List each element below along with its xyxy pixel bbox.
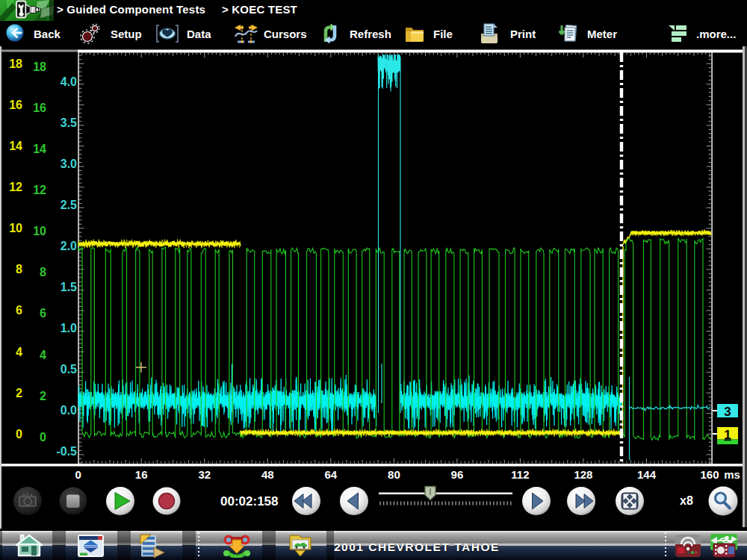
svg-text:8: 8 [16,263,22,276]
svg-text:16: 16 [135,468,148,481]
svg-text:16: 16 [9,99,22,111]
svg-text:0: 0 [75,468,81,481]
svg-text:6: 6 [40,307,46,320]
svg-text:128: 128 [574,468,592,481]
svg-text:32: 32 [198,468,211,481]
svg-text:ms: ms [724,468,740,481]
svg-text:12: 12 [33,184,46,196]
svg-text:14: 14 [33,143,46,155]
svg-text:1.0: 1.0 [61,322,77,335]
svg-text:4: 4 [40,349,46,361]
svg-text:48: 48 [261,468,274,481]
svg-text:8: 8 [40,266,46,279]
svg-text:12: 12 [9,181,22,193]
svg-text:112: 112 [511,468,529,481]
svg-text:3: 3 [724,405,731,419]
svg-text:4: 4 [16,346,22,358]
svg-text:2.5: 2.5 [61,199,77,211]
svg-text:0.5: 0.5 [61,363,77,376]
svg-text:1.5: 1.5 [61,281,77,293]
svg-text:14: 14 [9,140,22,152]
svg-text:1: 1 [724,428,731,442]
svg-text:18: 18 [9,57,22,70]
svg-text:18: 18 [33,60,46,73]
svg-text:2.0: 2.0 [61,240,77,252]
svg-text:80: 80 [388,468,400,481]
svg-text:2: 2 [16,387,22,399]
svg-text:16: 16 [33,102,46,114]
svg-text:10: 10 [33,225,46,237]
svg-text:0: 0 [16,428,22,441]
svg-text:0: 0 [40,431,46,444]
svg-text:4.0: 4.0 [61,75,77,88]
svg-text:3.5: 3.5 [61,116,77,129]
svg-text:6: 6 [16,304,22,317]
svg-text:10: 10 [9,222,22,234]
svg-text:-0.5: -0.5 [56,445,77,458]
svg-text:3.0: 3.0 [61,158,77,170]
svg-text:2: 2 [40,390,46,402]
svg-text:160: 160 [700,468,719,481]
svg-text:64: 64 [324,468,337,481]
svg-text:96: 96 [451,468,464,481]
svg-text:0.0: 0.0 [61,404,77,417]
svg-text:144: 144 [637,468,657,481]
